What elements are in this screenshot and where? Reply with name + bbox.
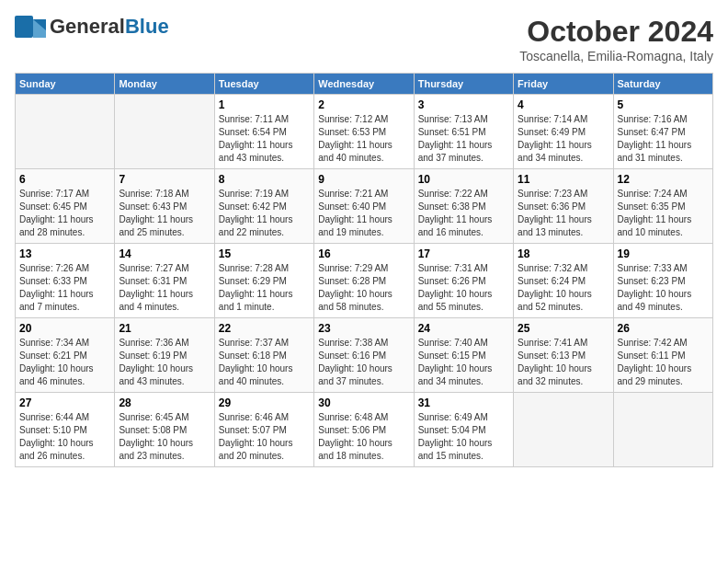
calendar-cell: 3 Sunrise: 7:13 AMSunset: 6:51 PMDayligh… [414, 95, 513, 169]
calendar-cell: 14 Sunrise: 7:27 AMSunset: 6:31 PMDaylig… [115, 244, 214, 318]
day-number: 15 [219, 247, 310, 260]
calendar-cell: 5 Sunrise: 7:16 AMSunset: 6:47 PMDayligh… [613, 95, 712, 169]
calendar-cell: 10 Sunrise: 7:22 AMSunset: 6:38 PMDaylig… [414, 169, 513, 244]
calendar-cell: 22 Sunrise: 7:37 AMSunset: 6:18 PMDaylig… [214, 318, 313, 393]
weekday-header: Saturday [613, 74, 712, 95]
day-number: 20 [19, 322, 110, 335]
calendar-cell: 28 Sunrise: 6:45 AMSunset: 5:08 PMDaylig… [115, 393, 214, 467]
day-number: 13 [19, 247, 110, 260]
day-detail: Sunrise: 7:34 AMSunset: 6:21 PMDaylight:… [19, 337, 110, 388]
weekday-header: Sunday [16, 74, 115, 95]
calendar-cell: 11 Sunrise: 7:23 AMSunset: 6:36 PMDaylig… [514, 169, 613, 244]
calendar-cell: 18 Sunrise: 7:32 AMSunset: 6:24 PMDaylig… [514, 244, 613, 318]
day-number: 10 [418, 173, 509, 186]
calendar-cell: 19 Sunrise: 7:33 AMSunset: 6:23 PMDaylig… [613, 244, 712, 318]
day-detail: Sunrise: 7:27 AMSunset: 6:31 PMDaylight:… [119, 262, 210, 314]
day-detail: Sunrise: 7:16 AMSunset: 6:47 PMDaylight:… [618, 113, 709, 165]
day-number: 9 [318, 173, 409, 186]
calendar-cell: 16 Sunrise: 7:29 AMSunset: 6:28 PMDaylig… [314, 244, 414, 318]
day-detail: Sunrise: 7:23 AMSunset: 6:36 PMDaylight:… [518, 188, 609, 239]
day-number: 17 [418, 247, 509, 260]
calendar-cell: 6 Sunrise: 7:17 AMSunset: 6:45 PMDayligh… [16, 169, 115, 244]
day-number: 4 [518, 98, 609, 111]
day-detail: Sunrise: 7:11 AMSunset: 6:54 PMDaylight:… [219, 113, 310, 165]
day-number: 11 [518, 173, 609, 186]
day-detail: Sunrise: 7:40 AMSunset: 6:15 PMDaylight:… [418, 337, 509, 388]
calendar-cell: 9 Sunrise: 7:21 AMSunset: 6:40 PMDayligh… [314, 169, 414, 244]
day-detail: Sunrise: 7:19 AMSunset: 6:42 PMDaylight:… [219, 188, 310, 239]
logo: GeneralBlue [15, 15, 169, 39]
calendar-cell: 27 Sunrise: 6:44 AMSunset: 5:10 PMDaylig… [16, 393, 115, 467]
calendar-cell: 31 Sunrise: 6:49 AMSunset: 5:04 PMDaylig… [414, 393, 513, 467]
day-detail: Sunrise: 7:12 AMSunset: 6:53 PMDaylight:… [318, 113, 409, 165]
day-detail: Sunrise: 7:38 AMSunset: 6:16 PMDaylight:… [318, 337, 409, 388]
calendar-cell: 24 Sunrise: 7:40 AMSunset: 6:15 PMDaylig… [414, 318, 513, 393]
weekday-header: Thursday [414, 74, 513, 95]
calendar-cell [16, 95, 115, 169]
calendar-cell: 29 Sunrise: 6:46 AMSunset: 5:07 PMDaylig… [214, 393, 313, 467]
calendar-week-row: 27 Sunrise: 6:44 AMSunset: 5:10 PMDaylig… [16, 393, 713, 467]
calendar-cell [613, 393, 712, 467]
title-section: October 2024 Toscanella, Emilia-Romagna,… [519, 15, 713, 63]
day-number: 2 [318, 98, 409, 111]
day-detail: Sunrise: 7:37 AMSunset: 6:18 PMDaylight:… [219, 337, 310, 388]
calendar-cell [115, 95, 214, 169]
day-detail: Sunrise: 7:28 AMSunset: 6:29 PMDaylight:… [219, 262, 310, 314]
day-number: 18 [518, 247, 609, 260]
day-detail: Sunrise: 7:24 AMSunset: 6:35 PMDaylight:… [618, 188, 709, 239]
calendar-cell: 12 Sunrise: 7:24 AMSunset: 6:35 PMDaylig… [613, 169, 712, 244]
calendar-cell: 21 Sunrise: 7:36 AMSunset: 6:19 PMDaylig… [115, 318, 214, 393]
calendar-cell: 15 Sunrise: 7:28 AMSunset: 6:29 PMDaylig… [214, 244, 313, 318]
day-number: 3 [418, 98, 509, 111]
calendar-cell: 8 Sunrise: 7:19 AMSunset: 6:42 PMDayligh… [214, 169, 313, 244]
day-number: 26 [618, 322, 709, 335]
day-number: 29 [219, 396, 310, 409]
day-number: 31 [418, 396, 509, 409]
weekday-header: Tuesday [214, 74, 313, 95]
day-detail: Sunrise: 7:31 AMSunset: 6:26 PMDaylight:… [418, 262, 509, 314]
day-number: 27 [19, 396, 110, 409]
day-number: 23 [318, 322, 409, 335]
calendar-cell: 4 Sunrise: 7:14 AMSunset: 6:49 PMDayligh… [514, 95, 613, 169]
day-detail: Sunrise: 7:14 AMSunset: 6:49 PMDaylight:… [518, 113, 609, 165]
logo-icon [15, 16, 46, 38]
day-detail: Sunrise: 7:29 AMSunset: 6:28 PMDaylight:… [318, 262, 409, 314]
calendar-week-row: 1 Sunrise: 7:11 AMSunset: 6:54 PMDayligh… [16, 95, 713, 169]
weekday-header: Monday [115, 74, 214, 95]
day-detail: Sunrise: 7:21 AMSunset: 6:40 PMDaylight:… [318, 188, 409, 239]
calendar-cell: 30 Sunrise: 6:48 AMSunset: 5:06 PMDaylig… [314, 393, 414, 467]
day-number: 6 [19, 173, 110, 186]
day-number: 19 [618, 247, 709, 260]
weekday-header: Wednesday [314, 74, 414, 95]
month-title: October 2024 [519, 15, 713, 49]
day-detail: Sunrise: 7:41 AMSunset: 6:13 PMDaylight:… [518, 337, 609, 388]
day-detail: Sunrise: 6:48 AMSunset: 5:06 PMDaylight:… [318, 411, 409, 463]
day-number: 5 [618, 98, 709, 111]
calendar-cell: 17 Sunrise: 7:31 AMSunset: 6:26 PMDaylig… [414, 244, 513, 318]
day-detail: Sunrise: 7:18 AMSunset: 6:43 PMDaylight:… [119, 188, 210, 239]
calendar-cell: 7 Sunrise: 7:18 AMSunset: 6:43 PMDayligh… [115, 169, 214, 244]
calendar-cell: 20 Sunrise: 7:34 AMSunset: 6:21 PMDaylig… [16, 318, 115, 393]
page-header: GeneralBlue October 2024 Toscanella, Emi… [15, 15, 713, 63]
location: Toscanella, Emilia-Romagna, Italy [519, 49, 713, 63]
day-detail: Sunrise: 7:17 AMSunset: 6:45 PMDaylight:… [19, 188, 110, 239]
calendar-cell: 13 Sunrise: 7:26 AMSunset: 6:33 PMDaylig… [16, 244, 115, 318]
weekday-header-row: SundayMondayTuesdayWednesdayThursdayFrid… [16, 74, 713, 95]
day-detail: Sunrise: 6:44 AMSunset: 5:10 PMDaylight:… [19, 411, 110, 463]
day-detail: Sunrise: 7:22 AMSunset: 6:38 PMDaylight:… [418, 188, 509, 239]
calendar-week-row: 20 Sunrise: 7:34 AMSunset: 6:21 PMDaylig… [16, 318, 713, 393]
calendar-cell: 1 Sunrise: 7:11 AMSunset: 6:54 PMDayligh… [214, 95, 313, 169]
day-number: 8 [219, 173, 310, 186]
calendar-cell: 26 Sunrise: 7:42 AMSunset: 6:11 PMDaylig… [613, 318, 712, 393]
day-detail: Sunrise: 6:49 AMSunset: 5:04 PMDaylight:… [418, 411, 509, 463]
day-detail: Sunrise: 7:26 AMSunset: 6:33 PMDaylight:… [19, 262, 110, 314]
day-number: 30 [318, 396, 409, 409]
weekday-header: Friday [514, 74, 613, 95]
day-number: 12 [618, 173, 709, 186]
calendar-cell: 2 Sunrise: 7:12 AMSunset: 6:53 PMDayligh… [314, 95, 414, 169]
day-number: 21 [119, 322, 210, 335]
day-detail: Sunrise: 6:46 AMSunset: 5:07 PMDaylight:… [219, 411, 310, 463]
day-number: 22 [219, 322, 310, 335]
calendar-table: SundayMondayTuesdayWednesdayThursdayFrid… [15, 73, 713, 467]
day-number: 28 [119, 396, 210, 409]
